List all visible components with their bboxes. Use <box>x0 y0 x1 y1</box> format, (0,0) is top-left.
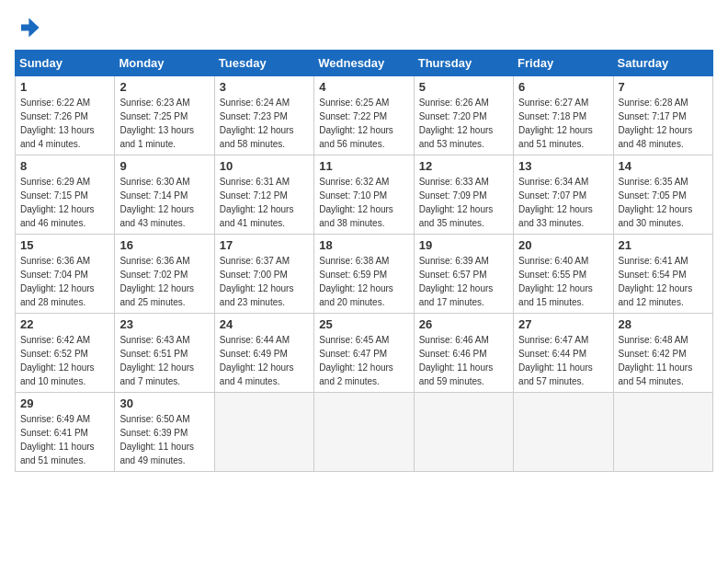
day-info: Sunrise: 6:27 AMSunset: 7:18 PMDaylight:… <box>518 96 608 151</box>
calendar-cell: 13Sunrise: 6:34 AMSunset: 7:07 PMDayligh… <box>514 155 613 235</box>
day-number: 23 <box>119 317 209 331</box>
day-info: Sunrise: 6:37 AMSunset: 7:00 PMDaylight:… <box>220 254 309 309</box>
day-info: Sunrise: 6:25 AMSunset: 7:22 PMDaylight:… <box>319 96 408 151</box>
calendar-cell: 15Sunrise: 6:36 AMSunset: 7:04 PMDayligh… <box>16 235 115 314</box>
day-header-saturday: Saturday <box>613 51 712 76</box>
calendar-cell: 21Sunrise: 6:41 AMSunset: 6:54 PMDayligh… <box>613 235 712 314</box>
calendar-cell: 9Sunrise: 6:30 AMSunset: 7:14 PMDaylight… <box>115 155 214 235</box>
calendar-cell: 19Sunrise: 6:39 AMSunset: 6:57 PMDayligh… <box>414 235 513 314</box>
day-header-monday: Monday <box>115 51 214 76</box>
calendar-cell: 29Sunrise: 6:49 AMSunset: 6:41 PMDayligh… <box>16 393 115 472</box>
day-info: Sunrise: 6:39 AMSunset: 6:57 PMDaylight:… <box>419 254 508 309</box>
day-info: Sunrise: 6:36 AMSunset: 7:02 PMDaylight:… <box>119 254 209 309</box>
calendar-cell: 12Sunrise: 6:33 AMSunset: 7:09 PMDayligh… <box>414 155 513 235</box>
calendar-cell: 24Sunrise: 6:44 AMSunset: 6:49 PMDayligh… <box>214 314 313 393</box>
calendar-week-4: 22Sunrise: 6:42 AMSunset: 6:52 PMDayligh… <box>16 314 713 393</box>
calendar-cell: 1Sunrise: 6:22 AMSunset: 7:26 PMDaylight… <box>16 76 115 155</box>
day-number: 9 <box>119 159 209 173</box>
day-number: 1 <box>20 80 109 94</box>
day-header-sunday: Sunday <box>16 51 115 76</box>
day-header-friday: Friday <box>514 51 613 76</box>
calendar-cell: 18Sunrise: 6:38 AMSunset: 6:59 PMDayligh… <box>314 235 414 314</box>
day-info: Sunrise: 6:50 AMSunset: 6:39 PMDaylight:… <box>119 412 209 467</box>
day-info: Sunrise: 6:48 AMSunset: 6:42 PMDaylight:… <box>619 333 708 388</box>
page-header <box>15 15 713 40</box>
calendar-cell: 27Sunrise: 6:47 AMSunset: 6:44 PMDayligh… <box>514 314 613 393</box>
calendar-cell: 20Sunrise: 6:40 AMSunset: 6:55 PMDayligh… <box>514 235 613 314</box>
day-number: 13 <box>518 159 608 173</box>
calendar-cell <box>514 393 613 472</box>
day-number: 4 <box>319 80 408 94</box>
calendar-week-3: 15Sunrise: 6:36 AMSunset: 7:04 PMDayligh… <box>16 235 713 314</box>
day-info: Sunrise: 6:28 AMSunset: 7:17 PMDaylight:… <box>619 96 708 151</box>
logo-icon <box>15 15 40 40</box>
day-number: 19 <box>419 238 508 252</box>
day-info: Sunrise: 6:38 AMSunset: 6:59 PMDaylight:… <box>319 254 408 309</box>
day-info: Sunrise: 6:22 AMSunset: 7:26 PMDaylight:… <box>20 96 109 151</box>
day-number: 30 <box>119 396 209 410</box>
day-number: 14 <box>619 159 708 173</box>
calendar-week-5: 29Sunrise: 6:49 AMSunset: 6:41 PMDayligh… <box>16 393 713 472</box>
day-number: 24 <box>220 317 309 331</box>
svg-marker-0 <box>21 18 40 38</box>
day-number: 8 <box>20 159 109 173</box>
day-info: Sunrise: 6:47 AMSunset: 6:44 PMDaylight:… <box>518 333 608 388</box>
calendar-cell: 22Sunrise: 6:42 AMSunset: 6:52 PMDayligh… <box>16 314 115 393</box>
day-number: 25 <box>319 317 408 331</box>
day-info: Sunrise: 6:49 AMSunset: 6:41 PMDaylight:… <box>20 412 109 467</box>
day-number: 15 <box>20 238 109 252</box>
day-number: 11 <box>319 159 408 173</box>
calendar-cell: 6Sunrise: 6:27 AMSunset: 7:18 PMDaylight… <box>514 76 613 155</box>
day-number: 18 <box>319 238 408 252</box>
calendar-cell: 28Sunrise: 6:48 AMSunset: 6:42 PMDayligh… <box>613 314 712 393</box>
day-number: 16 <box>119 238 209 252</box>
calendar-cell: 3Sunrise: 6:24 AMSunset: 7:23 PMDaylight… <box>214 76 313 155</box>
day-info: Sunrise: 6:41 AMSunset: 6:54 PMDaylight:… <box>619 254 708 309</box>
calendar-cell: 16Sunrise: 6:36 AMSunset: 7:02 PMDayligh… <box>115 235 214 314</box>
calendar-cell: 30Sunrise: 6:50 AMSunset: 6:39 PMDayligh… <box>115 393 214 472</box>
day-number: 3 <box>220 80 309 94</box>
calendar-cell: 14Sunrise: 6:35 AMSunset: 7:05 PMDayligh… <box>613 155 712 235</box>
day-info: Sunrise: 6:34 AMSunset: 7:07 PMDaylight:… <box>518 175 608 230</box>
day-number: 20 <box>518 238 608 252</box>
calendar-cell: 8Sunrise: 6:29 AMSunset: 7:15 PMDaylight… <box>16 155 115 235</box>
day-info: Sunrise: 6:24 AMSunset: 7:23 PMDaylight:… <box>220 96 309 151</box>
day-info: Sunrise: 6:42 AMSunset: 6:52 PMDaylight:… <box>20 333 109 388</box>
day-number: 5 <box>419 80 508 94</box>
calendar-cell: 5Sunrise: 6:26 AMSunset: 7:20 PMDaylight… <box>414 76 513 155</box>
day-number: 6 <box>518 80 608 94</box>
calendar-cell: 11Sunrise: 6:32 AMSunset: 7:10 PMDayligh… <box>314 155 414 235</box>
calendar-cell: 23Sunrise: 6:43 AMSunset: 6:51 PMDayligh… <box>115 314 214 393</box>
day-number: 2 <box>119 80 209 94</box>
day-info: Sunrise: 6:33 AMSunset: 7:09 PMDaylight:… <box>419 175 508 230</box>
calendar-cell: 10Sunrise: 6:31 AMSunset: 7:12 PMDayligh… <box>214 155 313 235</box>
day-info: Sunrise: 6:30 AMSunset: 7:14 PMDaylight:… <box>119 175 209 230</box>
calendar-cell: 2Sunrise: 6:23 AMSunset: 7:25 PMDaylight… <box>115 76 214 155</box>
calendar-cell: 25Sunrise: 6:45 AMSunset: 6:47 PMDayligh… <box>314 314 414 393</box>
calendar-cell <box>414 393 513 472</box>
day-info: Sunrise: 6:43 AMSunset: 6:51 PMDaylight:… <box>119 333 209 388</box>
day-number: 27 <box>518 317 608 331</box>
day-number: 7 <box>619 80 708 94</box>
day-info: Sunrise: 6:45 AMSunset: 6:47 PMDaylight:… <box>319 333 408 388</box>
calendar-week-1: 1Sunrise: 6:22 AMSunset: 7:26 PMDaylight… <box>16 76 713 155</box>
day-info: Sunrise: 6:26 AMSunset: 7:20 PMDaylight:… <box>419 96 508 151</box>
day-number: 10 <box>220 159 309 173</box>
day-number: 21 <box>619 238 708 252</box>
day-header-wednesday: Wednesday <box>314 51 414 76</box>
calendar: SundayMondayTuesdayWednesdayThursdayFrid… <box>15 50 713 472</box>
calendar-cell <box>314 393 414 472</box>
calendar-cell: 26Sunrise: 6:46 AMSunset: 6:46 PMDayligh… <box>414 314 513 393</box>
calendar-header-row: SundayMondayTuesdayWednesdayThursdayFrid… <box>16 51 713 76</box>
day-info: Sunrise: 6:46 AMSunset: 6:46 PMDaylight:… <box>419 333 508 388</box>
day-info: Sunrise: 6:40 AMSunset: 6:55 PMDaylight:… <box>518 254 608 309</box>
day-number: 22 <box>20 317 109 331</box>
calendar-week-2: 8Sunrise: 6:29 AMSunset: 7:15 PMDaylight… <box>16 155 713 235</box>
day-info: Sunrise: 6:32 AMSunset: 7:10 PMDaylight:… <box>319 175 408 230</box>
calendar-cell: 4Sunrise: 6:25 AMSunset: 7:22 PMDaylight… <box>314 76 414 155</box>
calendar-cell: 7Sunrise: 6:28 AMSunset: 7:17 PMDaylight… <box>613 76 712 155</box>
day-number: 17 <box>220 238 309 252</box>
day-info: Sunrise: 6:29 AMSunset: 7:15 PMDaylight:… <box>20 175 109 230</box>
calendar-cell <box>613 393 712 472</box>
day-info: Sunrise: 6:31 AMSunset: 7:12 PMDaylight:… <box>220 175 309 230</box>
